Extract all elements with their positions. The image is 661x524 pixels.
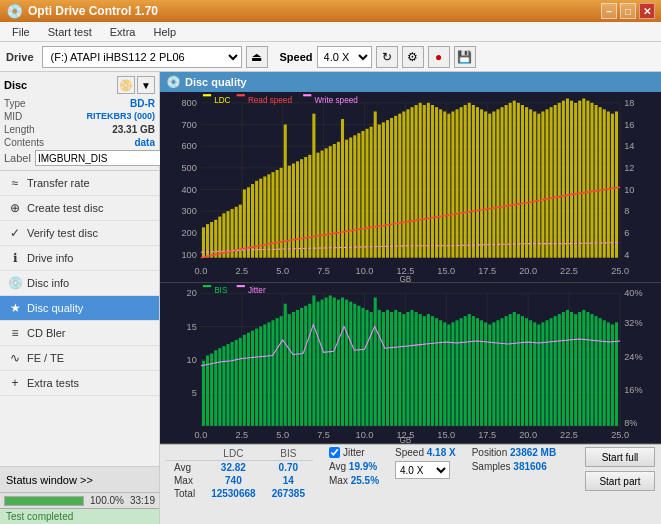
start-full-button[interactable]: Start full bbox=[585, 447, 655, 467]
svg-rect-133 bbox=[554, 105, 557, 258]
svg-rect-209 bbox=[271, 320, 274, 426]
svg-rect-73 bbox=[308, 155, 311, 258]
status-message: Test completed bbox=[0, 508, 159, 524]
svg-rect-264 bbox=[496, 320, 499, 426]
save-button[interactable]: 💾 bbox=[454, 46, 476, 68]
svg-rect-120 bbox=[500, 107, 503, 258]
menu-start-test[interactable]: Start test bbox=[40, 24, 100, 40]
svg-text:15.0: 15.0 bbox=[437, 430, 455, 440]
svg-rect-119 bbox=[496, 109, 499, 257]
svg-rect-91 bbox=[382, 122, 385, 257]
svg-rect-64 bbox=[271, 172, 274, 258]
svg-rect-244 bbox=[415, 312, 418, 426]
sidebar: Disc 📀 ▼ Type BD-R MID RITEKBR3 (000) Le… bbox=[0, 72, 160, 524]
svg-rect-230 bbox=[357, 305, 360, 425]
refresh-button[interactable]: ↻ bbox=[376, 46, 398, 68]
drive-select[interactable]: (F:) ATAPI iHBS112 2 PL06 bbox=[42, 46, 242, 68]
svg-rect-122 bbox=[509, 103, 512, 258]
svg-rect-294 bbox=[203, 285, 211, 287]
menu-file[interactable]: File bbox=[4, 24, 38, 40]
sidebar-item-disc-info[interactable]: 💿 Disc info bbox=[0, 271, 159, 296]
svg-rect-69 bbox=[292, 163, 295, 257]
minimize-button[interactable]: – bbox=[601, 3, 617, 19]
svg-rect-203 bbox=[247, 332, 250, 425]
svg-rect-237 bbox=[386, 309, 389, 425]
disc-mid-row: MID RITEKBR3 (000) bbox=[4, 111, 155, 122]
sidebar-item-verify-test-disc[interactable]: ✓ Verify test disc bbox=[0, 221, 159, 246]
eject-button[interactable]: ⏏ bbox=[246, 46, 268, 68]
disc-type-row: Type BD-R bbox=[4, 98, 155, 109]
col-header-empty bbox=[166, 447, 203, 461]
speed-select-stats[interactable]: 4.0 X bbox=[395, 461, 450, 479]
svg-text:0.0: 0.0 bbox=[195, 265, 208, 276]
settings-button[interactable]: ⚙ bbox=[402, 46, 424, 68]
svg-rect-249 bbox=[435, 318, 438, 426]
svg-text:7.5: 7.5 bbox=[317, 430, 330, 440]
sidebar-item-cd-bler[interactable]: ≡ CD Bler bbox=[0, 321, 159, 346]
svg-rect-283 bbox=[574, 314, 577, 426]
disc-label-input[interactable] bbox=[35, 150, 168, 166]
menu-help[interactable]: Help bbox=[145, 24, 184, 40]
disc-menu-btn[interactable]: ▼ bbox=[137, 76, 155, 94]
sidebar-item-label: Transfer rate bbox=[27, 177, 90, 189]
svg-rect-243 bbox=[411, 309, 414, 425]
status-window[interactable]: Status window >> bbox=[0, 466, 159, 492]
color-button[interactable]: ● bbox=[428, 46, 450, 68]
svg-rect-146 bbox=[607, 111, 610, 257]
svg-rect-137 bbox=[570, 101, 573, 258]
stats-bar: LDC BIS Avg 32.82 0.70 Max 740 bbox=[160, 444, 661, 524]
speed-select[interactable]: 4.0 X bbox=[317, 46, 372, 68]
svg-rect-255 bbox=[460, 318, 463, 426]
svg-rect-125 bbox=[521, 105, 524, 258]
menu-extra[interactable]: Extra bbox=[102, 24, 144, 40]
close-button[interactable]: ✕ bbox=[639, 3, 655, 19]
svg-rect-115 bbox=[480, 109, 483, 257]
svg-rect-195 bbox=[214, 350, 217, 426]
sidebar-item-fe-te[interactable]: ∿ FE / TE bbox=[0, 346, 159, 371]
svg-text:8: 8 bbox=[624, 205, 629, 216]
disc-icon-btn[interactable]: 📀 bbox=[117, 76, 135, 94]
maximize-button[interactable]: □ bbox=[620, 3, 636, 19]
stats-row-total: Total 12530668 267385 bbox=[166, 487, 313, 500]
svg-rect-254 bbox=[455, 320, 458, 426]
svg-rect-274 bbox=[537, 324, 540, 425]
svg-rect-228 bbox=[349, 301, 352, 425]
svg-rect-257 bbox=[468, 314, 471, 426]
col-header-bis: BIS bbox=[264, 447, 313, 461]
svg-rect-226 bbox=[341, 297, 344, 425]
svg-text:15: 15 bbox=[187, 321, 197, 331]
jitter-checkbox[interactable] bbox=[329, 447, 340, 458]
speed-value: 4.18 X bbox=[427, 447, 456, 458]
sidebar-item-drive-info[interactable]: ℹ Drive info bbox=[0, 246, 159, 271]
svg-rect-287 bbox=[590, 314, 593, 426]
svg-rect-221 bbox=[321, 299, 324, 425]
disc-length-label: Length bbox=[4, 124, 35, 135]
svg-rect-253 bbox=[451, 322, 454, 426]
svg-rect-198 bbox=[226, 344, 229, 426]
svg-rect-269 bbox=[517, 314, 520, 426]
svg-rect-71 bbox=[300, 159, 303, 258]
svg-rect-100 bbox=[419, 103, 422, 258]
sidebar-item-transfer-rate[interactable]: ≈ Transfer rate bbox=[0, 171, 159, 196]
svg-rect-149 bbox=[203, 94, 211, 96]
chart2-svg: 20 15 10 5 40% 32% 24% 16% 8% bbox=[160, 283, 661, 443]
svg-rect-268 bbox=[513, 312, 516, 426]
svg-rect-66 bbox=[280, 168, 283, 258]
speed-row: Speed 4.18 X bbox=[395, 447, 456, 458]
start-part-button[interactable]: Start part bbox=[585, 471, 655, 491]
nav-items: ≈ Transfer rate ⊕ Create test disc ✓ Ver… bbox=[0, 171, 159, 466]
svg-rect-202 bbox=[243, 334, 246, 425]
svg-rect-70 bbox=[296, 161, 299, 257]
sidebar-item-disc-quality[interactable]: ★ Disc quality bbox=[0, 296, 159, 321]
sidebar-item-create-test-disc[interactable]: ⊕ Create test disc bbox=[0, 196, 159, 221]
svg-rect-197 bbox=[222, 346, 225, 426]
sidebar-item-extra-tests[interactable]: + Extra tests bbox=[0, 371, 159, 396]
svg-rect-285 bbox=[582, 309, 585, 425]
svg-rect-245 bbox=[419, 314, 422, 426]
svg-rect-106 bbox=[443, 111, 446, 257]
svg-rect-142 bbox=[590, 103, 593, 258]
svg-rect-85 bbox=[357, 133, 360, 258]
svg-rect-217 bbox=[304, 305, 307, 425]
svg-rect-129 bbox=[537, 114, 540, 258]
svg-text:15.0: 15.0 bbox=[437, 265, 455, 276]
